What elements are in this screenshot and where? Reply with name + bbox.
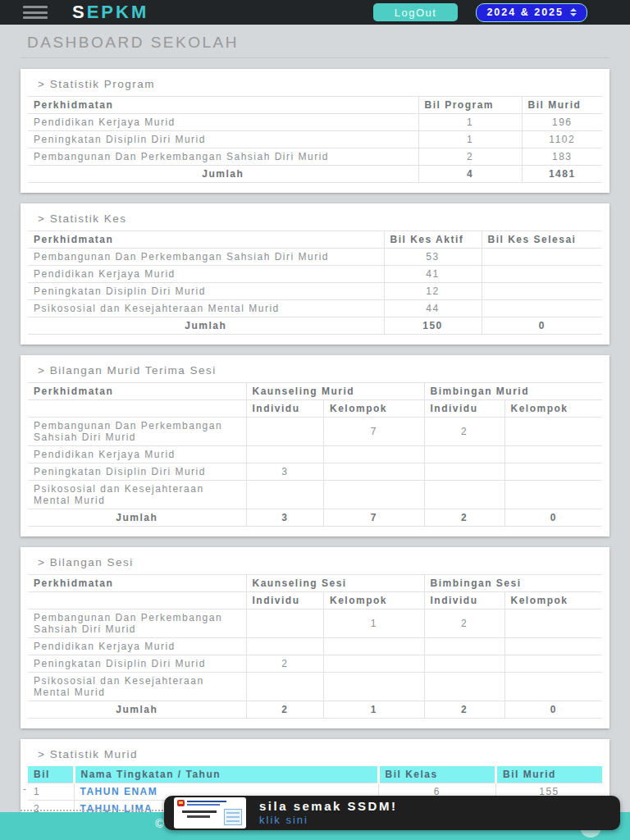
table-cell: [482, 249, 602, 266]
table-cell: [424, 446, 504, 463]
table-row: Pembangunan Dan Perkembangan Sahsiah Dir…: [28, 249, 602, 266]
table-cell: Psikososial dan Kesejahteraan Mental Mur…: [28, 673, 246, 701]
table-cell: 1: [324, 609, 425, 638]
table-row: Psikososial dan Kesejahteraan Mental Mur…: [28, 300, 602, 317]
table-cell: [504, 446, 602, 463]
group-header-row: PerkhidmatanKaunseling MuridBimbingan Mu…: [28, 383, 602, 400]
card-bilangan-sesi: > Bilangan Sesi PerkhidmatanKaunseling S…: [21, 547, 609, 728]
table-cell: 12: [384, 283, 482, 300]
group-header-row: PerkhidmatanKaunseling SesiBimbingan Ses…: [28, 575, 602, 592]
total-label: Jumlah: [28, 317, 384, 335]
table-cell: 2: [424, 418, 504, 446]
sub-column-header: Individu: [246, 400, 324, 418]
header-row: PerkhidmatanBil ProgramBil Murid: [28, 97, 602, 114]
table-cell: [504, 609, 602, 638]
table-bilangan-sesi: PerkhidmatanKaunseling SesiBimbingan Ses…: [28, 574, 602, 719]
column-header: Nama Tingkatan / Tahun: [74, 766, 378, 783]
table-cell: 44: [384, 300, 482, 317]
sub-column-header: Kelompok: [504, 400, 602, 418]
table-cell: 41: [384, 266, 482, 283]
table-cell: [246, 609, 324, 638]
total-label: Jumlah: [28, 166, 418, 183]
total-value: 1: [324, 701, 425, 719]
table-cell: Pendidikan Kerjaya Murid: [28, 638, 246, 655]
column-header: Bil Murid: [522, 97, 602, 114]
column-header: Perkhidmatan: [28, 575, 246, 592]
table-cell: Pembangunan Dan Perkembangan Sahsiah Dir…: [28, 148, 418, 166]
card-bilangan-murid-terima-sesi: > Bilangan Murid Terima Sesi Perkhidmata…: [21, 355, 609, 536]
table-cell: [246, 481, 324, 509]
toast-link[interactable]: klik sini: [259, 814, 397, 827]
logout-button[interactable]: LogOut: [373, 3, 459, 21]
header-row: PerkhidmatanBil Kes AktifBil Kes Selesai: [28, 231, 602, 249]
table-cell: 183: [522, 148, 602, 166]
app-logo: SEPKM: [72, 0, 148, 25]
logo-rest: EPKM: [87, 2, 149, 22]
total-row: Jumlah1500: [28, 317, 602, 335]
table-cell: [424, 481, 504, 509]
table-cell: [504, 673, 602, 701]
table-cell: 1102: [522, 131, 602, 148]
sub-column-header: Individu: [246, 592, 324, 609]
toast-text-block: sila semak SSDM! klik sini: [259, 799, 397, 827]
table-cell: [424, 463, 504, 481]
table-cell: [504, 463, 602, 481]
table-cell: [424, 673, 504, 701]
table-cell: Pembangunan Dan Perkembangan Sahsiah Dir…: [28, 609, 246, 638]
column-header: Perkhidmatan: [28, 231, 384, 249]
group-column-header: Kaunseling Sesi: [246, 575, 424, 592]
logo-first-letter: S: [72, 2, 87, 22]
table-cell: Psikososial dan Kesejahteraan Mental Mur…: [28, 481, 246, 509]
table-cell: 1: [418, 131, 522, 148]
total-value: 150: [384, 317, 482, 335]
table-cell: [246, 418, 324, 446]
table-cell: [324, 463, 425, 481]
group-column-header: Kaunseling Murid: [246, 383, 424, 400]
sub-header-row: IndividuKelompokIndividuKelompok: [28, 400, 602, 418]
section-title-statistik-kes: > Statistik Kes: [38, 212, 602, 225]
table-cell: [324, 446, 425, 463]
table-cell: 53: [384, 249, 482, 266]
table-cell: [504, 655, 602, 673]
table-row: Pendidikan Kerjaya Murid: [28, 446, 602, 463]
table-cell: [482, 283, 602, 300]
table-cell: Peningkatan Disiplin Diri Murid: [28, 463, 246, 481]
table-cell: 2: [418, 148, 522, 166]
group-column-header: Bimbingan Sesi: [424, 575, 602, 592]
table-cell: Pendidikan Kerjaya Murid: [28, 266, 384, 283]
page-title-wrap: DASHBOARD SEKOLAH: [21, 25, 609, 58]
hamburger-menu-icon[interactable]: [23, 6, 48, 19]
total-value: 0: [482, 317, 602, 335]
column-header: [28, 400, 246, 418]
total-value: 1481: [522, 166, 602, 183]
dashboard-page: SEPKM LogOut 2024 & 2025 DASHBOARD SEKOL…: [0, 0, 630, 840]
total-value: 3: [246, 509, 324, 527]
ssdm-document-preview-image[interactable]: [174, 797, 246, 829]
card-statistik-kes: > Statistik Kes PerkhidmatanBil Kes Akti…: [21, 203, 609, 345]
table-cell: [324, 638, 425, 655]
page-title: DASHBOARD SEKOLAH: [27, 34, 609, 52]
column-header: Bil Kelas: [378, 766, 496, 783]
dash-note: -: [23, 783, 26, 795]
total-value: 2: [246, 701, 324, 719]
section-title-statistik-program: > Statistik Program: [38, 78, 602, 90]
card-statistik-program: > Statistik Program PerkhidmatanBil Prog…: [21, 69, 609, 193]
coat-of-arms-icon: [177, 800, 185, 806]
section-title-bilangan-sesi: > Bilangan Sesi: [38, 556, 602, 568]
document-snippet: [224, 809, 242, 825]
table-cell: Pembangunan Dan Perkembangan Sahsiah Dir…: [28, 418, 246, 446]
table-statistik-kes: PerkhidmatanBil Kes AktifBil Kes Selesai…: [28, 231, 602, 335]
total-label: Jumlah: [28, 509, 246, 527]
sub-column-header: Individu: [424, 592, 504, 609]
year-select-dropdown[interactable]: 2024 & 2025: [476, 3, 587, 22]
sub-column-header: Individu: [424, 400, 504, 418]
table-cell: [424, 655, 504, 673]
table-cell: 2: [246, 655, 324, 673]
total-value: 7: [324, 509, 425, 527]
column-header: Perkhidmatan: [28, 97, 418, 114]
ssdm-toast: sila semak SSDM! klik sini: [164, 796, 620, 830]
table-cell: Peningkatan Disiplin Diri Murid: [28, 131, 418, 148]
total-value: 2: [424, 509, 504, 527]
table-cell: [504, 418, 602, 446]
table-row: Psikososial dan Kesejahteraan Mental Mur…: [28, 481, 602, 509]
